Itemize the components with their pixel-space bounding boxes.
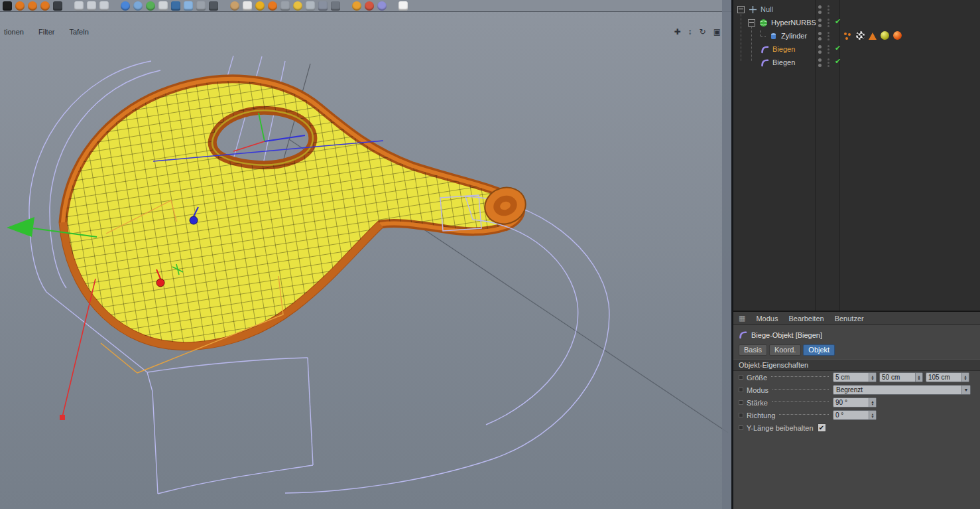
tab-koord[interactable]: Koord. [769, 344, 801, 356]
toolbar-icon[interactable] [121, 1, 130, 11]
toolbar-icon[interactable] [171, 1, 180, 11]
zoom-icon[interactable]: ↕ [688, 27, 692, 36]
toolbar-icon[interactable] [146, 1, 155, 11]
object-row-zylinder[interactable]: Zylinder [733, 29, 980, 42]
spinner-arrows-icon[interactable] [869, 411, 876, 419]
keyframe-dot-icon[interactable] [739, 400, 743, 405]
spinner-arrows-icon[interactable] [869, 373, 876, 382]
toolbar-icon[interactable] [133, 1, 143, 11]
toolbar-icon[interactable] [3, 1, 12, 11]
object-label: Biegen [772, 58, 795, 66]
keyframe-dot-icon[interactable] [739, 388, 743, 392]
layer-dots[interactable] [827, 32, 829, 40]
size-x-field[interactable]: 5 cm [833, 372, 877, 382]
tab-basis[interactable]: Basis [739, 344, 767, 356]
expand-collapse-icon[interactable] [748, 19, 755, 27]
menu-modus[interactable]: Modus [756, 315, 778, 323]
toolbar-icon[interactable] [331, 1, 340, 11]
chevron-down-icon[interactable] [961, 386, 970, 394]
modus-dropdown[interactable]: Begrenzt [833, 385, 971, 395]
menu-filter[interactable]: Filter [38, 28, 54, 36]
visibility-dots[interactable] [818, 5, 822, 14]
object-row-biegen-selected[interactable]: Biegen ✔ [733, 42, 980, 56]
menu-tafeln[interactable]: Tafeln [69, 28, 88, 36]
toolbar-icon[interactable] [377, 1, 387, 11]
y-laenge-checkbox[interactable]: ✔ [818, 423, 826, 432]
expand-collapse-icon[interactable] [737, 6, 745, 13]
object-row-hypernurbs[interactable]: HyperNURBS ✔ [733, 16, 980, 29]
toolbar-icon[interactable] [230, 1, 239, 11]
toolbar-separator [221, 1, 227, 11]
texture-tag-icon[interactable] [856, 31, 865, 40]
pan-icon[interactable]: ✚ [674, 27, 681, 36]
top-toolbar [0, 0, 731, 12]
staerke-field[interactable]: 90 ° [833, 398, 877, 407]
grid-icon[interactable] [739, 314, 745, 323]
size-z-field[interactable]: 105 cm [926, 372, 969, 382]
rotate-icon[interactable]: ↻ [700, 27, 706, 36]
toolbar-icon[interactable] [365, 1, 374, 11]
spinner-arrows-icon[interactable] [869, 398, 876, 407]
enabled-check-icon[interactable]: ✔ [835, 44, 841, 52]
toolbar-icon[interactable] [268, 1, 277, 11]
visibility-dots[interactable] [818, 19, 822, 27]
bend-deformer-icon [760, 44, 769, 54]
selection-tag-icon[interactable] [843, 31, 852, 40]
visibility-dots[interactable] [818, 32, 822, 40]
toolbar-icon[interactable] [158, 1, 168, 11]
object-row-null[interactable]: Null [733, 3, 980, 16]
keyframe-dot-icon[interactable] [739, 425, 743, 430]
toolbar-icon[interactable] [53, 1, 62, 11]
toolbar-icon[interactable] [74, 1, 84, 11]
keyframe-dot-icon[interactable] [739, 375, 743, 380]
visibility-dots[interactable] [818, 58, 822, 67]
tree-connector [760, 30, 766, 37]
enabled-check-icon[interactable]: ✔ [835, 57, 841, 66]
toolbar-icon[interactable] [352, 1, 361, 11]
toolbar-icon[interactable] [15, 1, 25, 11]
object-row-biegen[interactable]: Biegen ✔ [733, 56, 980, 69]
toolbar-icon[interactable] [293, 1, 302, 11]
toolbar-icon[interactable] [209, 1, 218, 11]
hypernurbs-icon [759, 18, 768, 27]
viewport-3d[interactable]: tionen Filter Tafeln ✚ ↕ ↻ ▣ [0, 0, 731, 509]
maximize-icon[interactable]: ▣ [713, 27, 721, 36]
keyframe-dot-icon[interactable] [739, 413, 743, 417]
toolbar-icon[interactable] [280, 1, 290, 11]
toolbar-icon[interactable] [318, 1, 328, 11]
toolbar-icon[interactable] [196, 1, 206, 11]
menu-bearbeiten[interactable]: Bearbeiten [788, 315, 824, 323]
visibility-dots[interactable] [818, 45, 822, 54]
viewport-scroll-strip[interactable] [722, 0, 731, 509]
toolbar-icon[interactable] [184, 1, 193, 11]
toolbar-separator [112, 1, 117, 11]
toolbar-icon[interactable] [99, 1, 109, 11]
object-label: Biegen [772, 45, 795, 53]
menu-tionen[interactable]: tionen [4, 28, 24, 36]
layer-dots[interactable] [827, 5, 829, 14]
material-tag-yellow-icon[interactable] [881, 31, 889, 40]
phong-tag-icon[interactable] [869, 33, 877, 40]
toolbar-icon[interactable] [87, 1, 96, 11]
size-y-field[interactable]: 50 cm [879, 372, 923, 382]
layer-dots[interactable] [827, 58, 829, 67]
tab-objekt[interactable]: Objekt [803, 344, 835, 356]
layer-dots[interactable] [827, 45, 829, 54]
toolbar-icon[interactable] [255, 1, 265, 11]
spinner-arrows-icon[interactable] [961, 373, 969, 382]
object-label: Null [761, 5, 773, 13]
spinner-arrows-icon[interactable] [915, 373, 922, 382]
toolbar-icon[interactable] [28, 1, 37, 11]
layer-dots[interactable] [827, 19, 829, 27]
prop-label: Stärke [747, 399, 768, 407]
toolbar-icon[interactable] [306, 1, 315, 11]
section-title: Objekt-Eigenschaften [739, 361, 808, 369]
toolbar-icon[interactable] [243, 1, 252, 11]
menu-benutzer[interactable]: Benutzer [835, 315, 864, 323]
enabled-check-icon[interactable]: ✔ [835, 17, 841, 26]
material-tag-orange-icon[interactable] [893, 31, 902, 40]
toolbar-icon[interactable] [40, 1, 50, 11]
toolbar-icon[interactable] [398, 1, 408, 11]
dotted-leader [772, 388, 829, 390]
richtung-field[interactable]: 0 ° [833, 410, 877, 420]
